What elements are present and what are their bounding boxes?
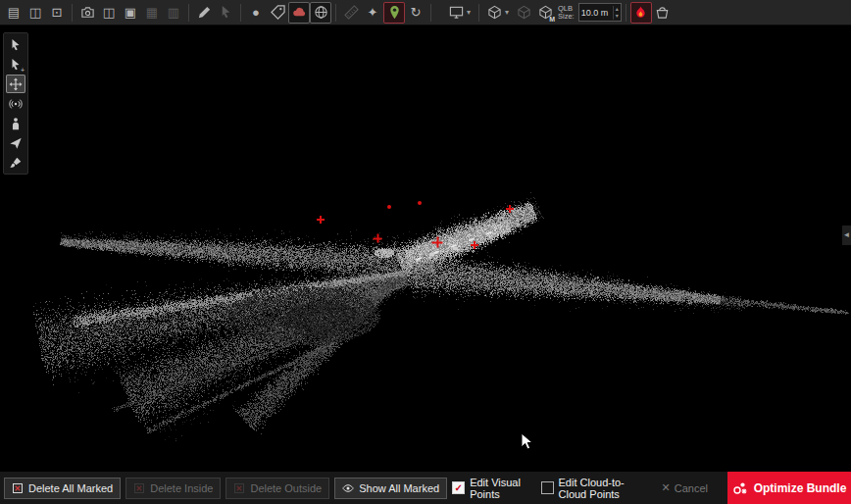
view-gallery-button[interactable]: ▥	[163, 2, 184, 24]
walkthrough-button[interactable]	[6, 114, 25, 132]
edit-cloud-to-cloud-checkbox[interactable]: Edit Cloud-to-Cloud Points	[541, 477, 648, 500]
select-cursor-icon	[9, 38, 23, 52]
move-tool-icon	[9, 77, 23, 91]
windows-icon: ◫	[29, 6, 41, 19]
view-single-button[interactable]: ▣	[120, 2, 141, 24]
app-window: ▤ ◫ ⊡ ◫ ▣ ▦ ▥ ● ✦ ↻ ▾ ▾	[0, 0, 851, 504]
cube-secondary-button[interactable]	[513, 2, 534, 24]
viewport-3d[interactable]: + ◄	[0, 25, 851, 471]
display-mode-dropdown[interactable]: ▾	[445, 2, 475, 24]
chevron-down-icon: ▾	[467, 9, 471, 17]
panel-flyout-handle[interactable]: ◄	[842, 226, 851, 245]
cube-icon	[517, 5, 531, 20]
view-split-icon: ◫	[103, 6, 115, 19]
delete-inside-label: Delete Inside	[150, 482, 213, 494]
wand-button[interactable]: ✦	[362, 2, 383, 24]
checkbox-unchecked-icon[interactable]	[541, 481, 554, 494]
stepper-up-icon[interactable]: ▴	[614, 6, 621, 13]
ruler-icon	[344, 5, 359, 20]
camera-icon	[80, 5, 95, 20]
ruler-button[interactable]	[340, 2, 362, 24]
toolbar-separator	[335, 4, 336, 22]
select-append-button[interactable]: +	[6, 55, 25, 74]
edit-visual-points-checkbox[interactable]: ✓ Edit Visual Points	[452, 477, 526, 500]
cube-icon	[487, 5, 502, 20]
delete-outside-label: Delete Outside	[250, 482, 322, 494]
delete-inside-button[interactable]: Delete Inside	[125, 478, 221, 499]
marker-pin-icon	[387, 5, 402, 20]
top-toolbar: ▤ ◫ ⊡ ◫ ▣ ▦ ▥ ● ✦ ↻ ▾ ▾	[0, 0, 851, 25]
control-point-marker[interactable]	[506, 205, 514, 213]
qlb-cube-dropdown[interactable]: ▾	[483, 2, 513, 24]
view-grid-button[interactable]: ▦	[141, 2, 163, 24]
cancel-label: Cancel	[675, 482, 708, 494]
optimize-bundle-button[interactable]: Optimize Bundle	[727, 472, 851, 504]
duplicate-view-button[interactable]: ◫	[25, 2, 46, 24]
zoom-region-icon: ⊡	[52, 6, 63, 19]
control-point-marker[interactable]	[374, 234, 382, 243]
left-toolbar: +	[3, 32, 28, 175]
delete-outside-button[interactable]: Delete Outside	[225, 478, 329, 499]
bottom-bar: Delete All Marked Delete Inside Delete O…	[0, 471, 851, 504]
show-all-marked-button[interactable]: Show All Marked	[334, 478, 447, 499]
brush-select-button[interactable]	[6, 153, 25, 172]
measure-pen-button[interactable]	[193, 2, 215, 24]
antenna-icon	[9, 97, 23, 111]
orbit-pan-button[interactable]	[6, 75, 25, 93]
toolbar-separator	[188, 4, 189, 22]
toolbar-separator	[626, 4, 626, 22]
scan-station-button[interactable]	[6, 94, 25, 113]
tag-button[interactable]	[267, 2, 288, 24]
paint-bucket-button[interactable]	[652, 2, 674, 24]
control-point-marker[interactable]	[317, 216, 325, 224]
edit-cloud-to-cloud-label: Edit Cloud-to-Cloud Points	[559, 477, 648, 500]
plus-badge-icon: +	[21, 67, 25, 74]
view-split-button[interactable]: ◫	[98, 2, 120, 24]
zoom-region-button[interactable]: ⊡	[46, 2, 68, 24]
flame-icon	[633, 5, 648, 20]
chevron-down-icon: ▾	[505, 9, 509, 17]
paint-bucket-icon	[655, 5, 670, 20]
delete-all-marked-button[interactable]: Delete All Marked	[4, 478, 121, 499]
cancel-button[interactable]: ✕ Cancel	[662, 481, 708, 494]
toolbar-separator	[430, 4, 431, 22]
cube-merge-button[interactable]: M	[534, 2, 556, 24]
camera-view-button[interactable]	[76, 2, 98, 24]
point-cloud-icon	[292, 5, 307, 20]
monitor-icon	[449, 5, 464, 20]
point-cloud-render	[0, 25, 851, 471]
control-point-dot[interactable]	[418, 201, 422, 205]
sphere-view-button[interactable]: ●	[245, 2, 267, 24]
control-point-marker[interactable]	[471, 241, 478, 249]
fly-navigation-button[interactable]	[6, 133, 25, 152]
qlb-size-stepper[interactable]: ▴ ▾	[613, 6, 621, 20]
pick-cursor-button[interactable]	[215, 2, 236, 24]
select-cursor-button[interactable]	[6, 35, 25, 54]
show-all-marked-label: Show All Marked	[359, 482, 439, 494]
edit-visual-points-label: Edit Visual Points	[470, 477, 526, 500]
qlb-size-box: ▴ ▾	[578, 3, 622, 22]
plane-icon	[9, 136, 23, 150]
qlb-size-input[interactable]	[579, 8, 613, 18]
globe-icon	[314, 5, 328, 20]
chevron-left-icon: ◄	[843, 231, 851, 239]
optimize-bundle-icon	[732, 480, 748, 496]
stepper-down-icon[interactable]: ▾	[614, 13, 621, 20]
merge-badge: M	[549, 16, 555, 23]
georef-refresh-button[interactable]: ↻	[405, 2, 426, 24]
stack-icon: ▤	[8, 6, 20, 19]
optimize-flame-button[interactable]	[630, 2, 652, 24]
eye-icon	[342, 482, 354, 494]
view-gallery-icon: ▥	[168, 6, 179, 19]
pick-cursor-icon	[219, 5, 233, 20]
stack-tool-button[interactable]: ▤	[3, 2, 25, 24]
point-cloud-button[interactable]	[288, 2, 310, 24]
control-point-dot[interactable]	[387, 205, 391, 209]
checkbox-checked-icon[interactable]: ✓	[452, 481, 465, 494]
person-icon	[9, 117, 23, 130]
control-point-marker[interactable]	[432, 237, 443, 248]
toolbar-separator	[72, 4, 73, 22]
globe-button[interactable]	[310, 2, 331, 24]
delete-outside-icon	[233, 482, 245, 494]
marker-pin-button[interactable]	[383, 2, 405, 24]
